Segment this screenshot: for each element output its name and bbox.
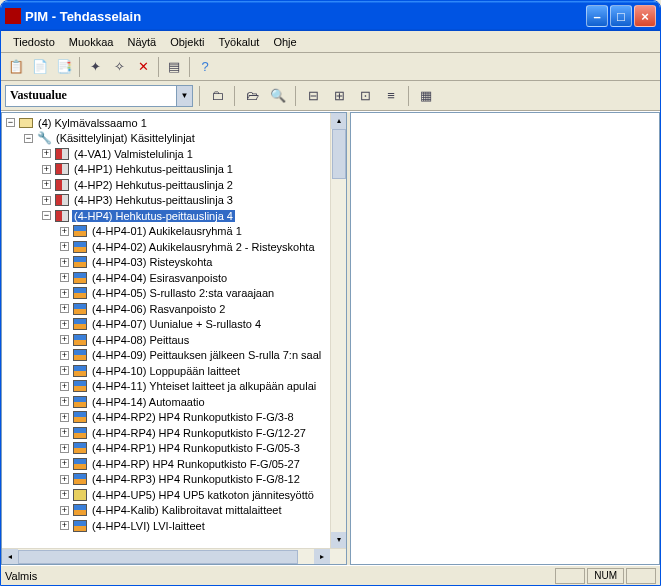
tree-node[interactable]: +(4-HP4-05) S-rullasto 2:sta varaajaan (2, 286, 346, 302)
expander-icon[interactable]: + (60, 382, 69, 391)
menu-tools[interactable]: Työkalut (212, 34, 265, 50)
tree-node[interactable]: +(4-HP4-11) Yhteiset laitteet ja alkupää… (2, 379, 346, 395)
tree-node[interactable]: +(4-HP4-UP5) HP4 UP5 katkoton jännitesyö… (2, 487, 346, 503)
paste-special-button[interactable]: 📑 (53, 56, 75, 78)
tree-node[interactable]: +(4-HP1) Hehkutus-peittauslinja 1 (2, 162, 346, 178)
tree-node[interactable]: +(4-HP4-09) Peittauksen jälkeen S-rulla … (2, 348, 346, 364)
expander-icon[interactable]: + (60, 351, 69, 360)
copy-button[interactable]: 📋 (5, 56, 27, 78)
tree-node[interactable]: +(4-HP4-Kalib) Kalibroitavat mittalaitte… (2, 503, 346, 519)
tree-node[interactable]: +(4-HP4-RP4) HP4 Runkoputkisto F-G/12-27 (2, 425, 346, 441)
menu-file[interactable]: Tiedosto (7, 34, 61, 50)
expander-icon[interactable]: + (60, 428, 69, 437)
view-details-button[interactable]: ▦ (415, 85, 437, 107)
expander-icon[interactable]: + (60, 242, 69, 251)
open-button[interactable]: 🗁 (241, 85, 263, 107)
tree-node[interactable]: +(4-HP4-RP2) HP4 Runkoputkisto F-G/3-8 (2, 410, 346, 426)
tree-node[interactable]: −(4-HP4) Hehkutus-peittauslinja 4 (2, 208, 346, 224)
expander-icon[interactable]: + (60, 413, 69, 422)
expander-icon[interactable]: + (60, 397, 69, 406)
new-button[interactable]: ✦ (84, 56, 106, 78)
scrollbar-thumb[interactable] (18, 550, 298, 564)
paste-button[interactable]: 📄 (29, 56, 51, 78)
tree-node[interactable]: +(4-VA1) Valmistelulinja 1 (2, 146, 346, 162)
tree-node[interactable]: +(4-HP4-03) Risteyskohta (2, 255, 346, 271)
tree-node[interactable]: +(4-HP2) Hehkutus-peittauslinja 2 (2, 177, 346, 193)
tree-node[interactable]: −🔧(Käsittelylinjat) Käsittelylinjat (2, 131, 346, 147)
expander-icon[interactable]: − (42, 211, 51, 220)
tree-node[interactable]: +(4-HP4-01) Aukikelausryhmä 1 (2, 224, 346, 240)
tree-panel: −(4) Kylmävalssaamo 1−🔧(Käsittelylinjat)… (1, 112, 347, 565)
scope-combo-input[interactable] (6, 88, 176, 103)
tree-node[interactable]: +(4-HP4-02) Aukikelausryhmä 2 - Risteysk… (2, 239, 346, 255)
help-button[interactable]: ? (194, 56, 216, 78)
tree-node[interactable]: +(4-HP3) Hehkutus-peittauslinja 3 (2, 193, 346, 209)
expander-icon[interactable]: + (60, 335, 69, 344)
scrollbar-thumb[interactable] (332, 129, 346, 179)
view-tree-button[interactable]: ⊟ (302, 85, 324, 107)
scope-combo[interactable]: ▼ (5, 85, 193, 107)
sparkle-icon: ✦ (90, 59, 101, 74)
expander-icon[interactable]: + (60, 521, 69, 530)
cut-button[interactable]: ✧ (108, 56, 130, 78)
titlebar[interactable]: PIM - Tehdasselain – □ × (1, 1, 660, 31)
tree-node[interactable]: +(4-HP4-04) Esirasvanpoisto (2, 270, 346, 286)
expander-icon[interactable]: + (60, 366, 69, 375)
expander-icon[interactable]: + (60, 289, 69, 298)
tree-node[interactable]: +(4-HP4-RP1) HP4 Runkoputkisto F-G/05-3 (2, 441, 346, 457)
view-list-button[interactable]: ≡ (380, 85, 402, 107)
tree-node[interactable]: +(4-HP4-06) Rasvanpoisto 2 (2, 301, 346, 317)
expander-icon[interactable]: + (60, 227, 69, 236)
tree-node[interactable]: +(4-HP4-RP) HP4 Runkoputkisto F-G/05-27 (2, 456, 346, 472)
up-folder-button[interactable]: 🗀 (206, 85, 228, 107)
expander-icon[interactable]: + (60, 258, 69, 267)
expander-icon[interactable]: + (60, 273, 69, 282)
tree-node[interactable]: +(4-HP4-LVI) LVI-laitteet (2, 518, 346, 534)
menu-edit[interactable]: Muokkaa (63, 34, 120, 50)
menu-view[interactable]: Näytä (121, 34, 162, 50)
horizontal-scrollbar[interactable] (2, 548, 346, 564)
detail-panel (350, 112, 660, 565)
tree-node-label: (4-HP4-11) Yhteiset laitteet ja alkupään… (90, 380, 318, 392)
expander-icon[interactable]: − (24, 134, 33, 143)
tree-node-label: (4) Kylmävalssaamo 1 (36, 117, 149, 129)
expander-icon[interactable]: + (42, 149, 51, 158)
vertical-scrollbar[interactable] (330, 113, 346, 548)
close-button[interactable]: × (634, 5, 656, 27)
view-cascade-button[interactable]: ⊡ (354, 85, 376, 107)
chevron-down-icon[interactable]: ▼ (176, 86, 192, 106)
tree-node[interactable]: +(4-HP4-08) Peittaus (2, 332, 346, 348)
maximize-button[interactable]: □ (610, 5, 632, 27)
tree-node[interactable]: +(4-HP4-10) Loppupään laitteet (2, 363, 346, 379)
expander-icon[interactable]: + (60, 444, 69, 453)
equipment-icon (72, 364, 88, 378)
menu-object[interactable]: Objekti (164, 34, 210, 50)
tree-node[interactable]: −(4) Kylmävalssaamo 1 (2, 115, 346, 131)
delete-button[interactable]: ✕ (132, 56, 154, 78)
minimize-button[interactable]: – (586, 5, 608, 27)
equipment-icon (72, 457, 88, 471)
equipment-icon (72, 224, 88, 238)
tree-node-label: (4-HP1) Hehkutus-peittauslinja 1 (72, 163, 235, 175)
tree-node[interactable]: +(4-HP4-07) Uunialue + S-rullasto 4 (2, 317, 346, 333)
expander-icon[interactable]: − (6, 118, 15, 127)
menu-help[interactable]: Ohje (267, 34, 302, 50)
expander-icon[interactable]: + (60, 506, 69, 515)
tree-node[interactable]: +(4-HP4-RP3) HP4 Runkoputkisto F-G/8-12 (2, 472, 346, 488)
tree-node-label: (4-HP4-02) Aukikelausryhmä 2 - Risteysko… (90, 241, 317, 253)
expander-icon[interactable]: + (42, 196, 51, 205)
expander-icon[interactable]: + (42, 180, 51, 189)
expander-icon[interactable]: + (60, 304, 69, 313)
factory-icon (54, 178, 70, 192)
expander-icon[interactable]: + (42, 165, 51, 174)
tree-node[interactable]: +(4-HP4-14) Automaatio (2, 394, 346, 410)
tree-view[interactable]: −(4) Kylmävalssaamo 1−🔧(Käsittelylinjat)… (2, 113, 346, 564)
properties-button[interactable]: ▤ (163, 56, 185, 78)
find-button[interactable]: 🔍 (267, 85, 289, 107)
expander-icon[interactable]: + (60, 320, 69, 329)
expander-icon[interactable]: + (60, 459, 69, 468)
tree-node-label: (4-HP4-RP1) HP4 Runkoputkisto F-G/05-3 (90, 442, 302, 454)
view-tree2-button[interactable]: ⊞ (328, 85, 350, 107)
expander-icon[interactable]: + (60, 490, 69, 499)
expander-icon[interactable]: + (60, 475, 69, 484)
